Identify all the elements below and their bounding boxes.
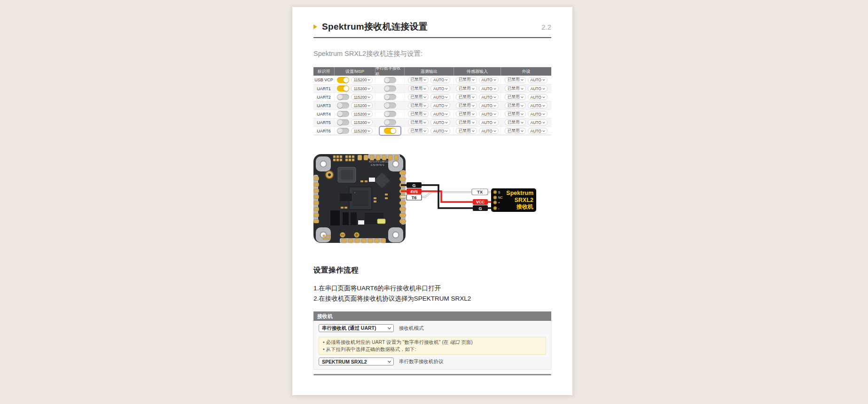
peripheral-function-select[interactable]: 已禁用 xyxy=(505,128,526,134)
msp-baud-select[interactable]: 115200 xyxy=(351,128,373,134)
peripheral-baud-select[interactable]: AUTO xyxy=(528,94,547,100)
chevron-down-icon xyxy=(368,121,371,124)
sensor-baud-select[interactable]: AUTO xyxy=(479,119,499,125)
telemetry-baud-select[interactable]: AUTO xyxy=(430,102,450,109)
msp-toggle[interactable] xyxy=(337,77,349,83)
msp-toggle[interactable] xyxy=(337,111,349,117)
msp-baud-select[interactable]: 115200 xyxy=(351,77,373,83)
serial-rx-toggle[interactable] xyxy=(384,128,396,134)
peripheral-function-select[interactable]: 已禁用 xyxy=(505,119,526,125)
serial-rx-toggle[interactable] xyxy=(384,111,396,117)
peripheral-function-select[interactable]: 已禁用 xyxy=(505,102,526,109)
wiring-diagram: R3 T1 VTX CAM CC G 5V 9V 5V G G 4V5 xyxy=(313,150,551,250)
msp-toggle[interactable] xyxy=(337,128,349,134)
sensor-function-select[interactable]: 已禁用 xyxy=(456,94,477,100)
peripheral-function-select[interactable]: 已禁用 xyxy=(505,77,526,83)
receiver-mode-value: 串行接收机 (通过 UART) xyxy=(322,325,376,332)
chevron-down-icon xyxy=(388,359,391,362)
port-identifier: UART3 xyxy=(313,101,335,109)
peripheral-function-select[interactable]: 已禁用 xyxy=(505,94,526,100)
sensor-function-select[interactable]: 已禁用 xyxy=(456,85,477,92)
dropdown-value: AUTO xyxy=(433,112,444,117)
sensor-baud-select[interactable]: AUTO xyxy=(479,111,499,117)
serial-rx-toggle[interactable] xyxy=(384,94,396,100)
sensor-baud-select[interactable]: AUTO xyxy=(479,77,499,83)
serial-rx-toggle[interactable] xyxy=(384,119,396,125)
dropdown-value: 已禁用 xyxy=(508,111,520,117)
sensor-baud-select[interactable]: AUTO xyxy=(479,128,499,134)
port-row-usb-vcp: USB VCP115200已禁用AUTO已禁用AUTO已禁用AUTO xyxy=(313,76,551,84)
serial-rx-toggle[interactable] xyxy=(384,102,396,109)
chevron-down-icon xyxy=(446,104,448,107)
uart-setup-note: 必须将接收机对应的 UART 设置为 "数字串行接收机" (在 端口 页面) 从… xyxy=(319,337,546,355)
chevron-down-icon xyxy=(423,112,426,115)
sensor-function-select[interactable]: 已禁用 xyxy=(456,77,477,83)
dropdown-value: AUTO xyxy=(531,78,541,82)
telemetry-baud-select[interactable]: AUTO xyxy=(430,85,450,92)
telemetry-baud-select[interactable]: AUTO xyxy=(430,119,450,125)
telemetry-function-select[interactable]: 已禁用 xyxy=(408,77,429,83)
msp-toggle[interactable] xyxy=(337,102,349,109)
port-row-uart4: UART4115200已禁用AUTO已禁用AUTO已禁用AUTO xyxy=(313,109,551,118)
telemetry-baud-select[interactable]: AUTO xyxy=(430,94,450,100)
chevron-down-icon xyxy=(446,129,448,132)
procedure-step-2: 2.在接收机页面将接收机协议选择为SPEKTRUM SRXL2 xyxy=(313,294,551,304)
sensor-function-select[interactable]: 已禁用 xyxy=(456,128,477,134)
telemetry-baud-select[interactable]: AUTO xyxy=(430,128,450,134)
toggle-knob xyxy=(384,120,390,125)
dropdown-value: 已禁用 xyxy=(459,94,471,100)
peripheral-function-select[interactable]: 已禁用 xyxy=(505,85,526,92)
dropdown-value: 已禁用 xyxy=(459,103,471,109)
telemetry-function-select[interactable]: 已禁用 xyxy=(408,111,429,117)
telemetry-function-select[interactable]: 已禁用 xyxy=(408,94,429,100)
chevron-down-icon xyxy=(368,112,371,115)
chevron-down-icon xyxy=(521,112,524,115)
sensor-function-select[interactable]: 已禁用 xyxy=(456,119,477,125)
msp-toggle[interactable] xyxy=(337,119,349,125)
peripheral-baud-select[interactable]: AUTO xyxy=(528,119,547,125)
procedure-heading: 设置操作流程 xyxy=(313,265,551,275)
peripheral-baud-select[interactable]: AUTO xyxy=(528,128,547,134)
sensor-function-select[interactable]: 已禁用 xyxy=(456,111,477,117)
sensor-baud-select[interactable]: AUTO xyxy=(479,102,499,109)
toggle-knob xyxy=(384,103,390,108)
peripheral-baud-select[interactable]: AUTO xyxy=(528,102,547,109)
peripheral-baud-select[interactable]: AUTO xyxy=(528,77,547,83)
telemetry-baud-select[interactable]: AUTO xyxy=(430,111,450,117)
msp-baud-select[interactable]: 115200 xyxy=(351,102,373,109)
dropdown-value: 已禁用 xyxy=(508,94,520,100)
telemetry-function-select[interactable]: 已禁用 xyxy=(408,102,429,109)
flight-controller-board: R3 T1 VTX CAM CC G 5V 9V 5V G xyxy=(313,154,406,243)
manual-page: Spektrum接收机连接设置 2.2 Spektrum SRXL2接收机连接与… xyxy=(292,7,572,395)
telemetry-function-select[interactable]: 已禁用 xyxy=(408,119,429,125)
dropdown-value: AUTO xyxy=(433,78,444,82)
peripheral-baud-select[interactable]: AUTO xyxy=(528,85,547,92)
sensor-baud-select[interactable]: AUTO xyxy=(479,94,499,100)
peripheral-baud-select[interactable]: AUTO xyxy=(528,111,547,117)
chevron-down-icon xyxy=(493,78,496,81)
chevron-down-icon xyxy=(423,121,426,124)
msp-baud-select[interactable]: 115200 xyxy=(351,94,373,100)
telemetry-baud-select[interactable]: AUTO xyxy=(430,77,450,83)
sensor-baud-select[interactable]: AUTO xyxy=(479,85,499,92)
toggle-knob xyxy=(344,86,349,91)
msp-baud-select[interactable]: 115200 xyxy=(351,85,373,92)
serial-rx-toggle[interactable] xyxy=(384,77,396,83)
chevron-down-icon xyxy=(472,78,475,81)
wire-labels: TX VCC G xyxy=(472,189,488,211)
toggle-knob xyxy=(384,111,390,117)
telemetry-function-select[interactable]: 已禁用 xyxy=(408,128,429,134)
serial-protocol-select[interactable]: SPEKTRUM SRXL2 xyxy=(319,357,394,365)
sensor-function-select[interactable]: 已禁用 xyxy=(456,102,477,109)
dropdown-value: 115200 xyxy=(354,112,367,117)
receiver-mode-select[interactable]: 串行接收机 (通过 UART) xyxy=(319,324,394,332)
chevron-down-icon xyxy=(423,78,426,81)
msp-baud-select[interactable]: 115200 xyxy=(351,119,373,125)
msp-toggle[interactable] xyxy=(337,85,349,92)
msp-toggle[interactable] xyxy=(337,94,349,100)
chevron-down-icon xyxy=(423,95,426,98)
msp-baud-select[interactable]: 115200 xyxy=(351,111,373,117)
telemetry-function-select[interactable]: 已禁用 xyxy=(408,85,429,92)
peripheral-function-select[interactable]: 已禁用 xyxy=(505,111,526,117)
serial-rx-toggle[interactable] xyxy=(384,85,396,92)
